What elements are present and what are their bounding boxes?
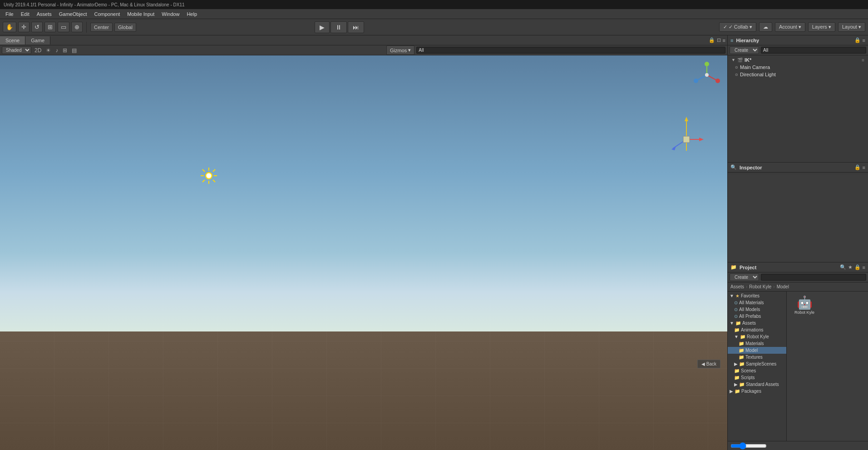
breadcrumb-assets[interactable]: Assets: [730, 284, 744, 289]
menu-component[interactable]: Component: [90, 10, 123, 18]
assets-root[interactable]: ▼ 📁 Assets: [728, 320, 786, 326]
robot-kyle-item[interactable]: ▼ 📁 Robot Kyle: [728, 333, 786, 340]
light-icon: ⊙: [735, 73, 738, 77]
scene-tab[interactable]: Scene: [0, 36, 25, 45]
assets-label: Assets: [742, 321, 756, 326]
scripts-item[interactable]: 📁 Scripts: [728, 374, 786, 381]
camera-icon: ⊙: [735, 65, 738, 69]
pause-button[interactable]: ⏸: [330, 21, 347, 33]
maximize-icon[interactable]: ⊡: [717, 37, 721, 43]
hierarchy-toolbar: Create: [728, 45, 868, 55]
svg-point-22: [694, 79, 698, 83]
svg-line-4: [202, 169, 205, 172]
step-button[interactable]: ⏭: [348, 21, 364, 33]
scene-search-input[interactable]: [416, 47, 725, 54]
hierarchy-item-directional-light[interactable]: ⊙ Directional Light: [728, 71, 868, 78]
menu-edit[interactable]: Edit: [17, 10, 33, 18]
2d-button[interactable]: 2D: [33, 47, 43, 54]
layout-button[interactable]: Layout ▾: [838, 22, 865, 32]
project-header: 📁 Project 🔍 ★ 🔒 ≡: [728, 262, 868, 272]
scenes-item[interactable]: 📁 Scenes: [728, 367, 786, 374]
hierarchy-search-input[interactable]: [761, 47, 866, 54]
account-button[interactable]: Account ▾: [775, 22, 805, 32]
inspector-title: Inspector: [740, 165, 762, 170]
svg-line-7: [202, 180, 205, 182]
back-button[interactable]: ◀ Back: [697, 360, 720, 368]
hierarchy-item-main-camera[interactable]: ⊙ Main Camera: [728, 64, 868, 71]
lock-icon[interactable]: 🔒: [709, 37, 715, 43]
project-search-input[interactable]: [761, 274, 866, 281]
viewport: ◀ Back: [0, 55, 727, 450]
model-folder-icon: 📁: [739, 348, 744, 353]
project-star[interactable]: ★: [848, 264, 853, 270]
transform-tool-button[interactable]: ⊕: [71, 22, 83, 32]
scene-tab-bar: Scene Game 🔒 ⊡ ≡: [0, 35, 727, 45]
layers-label: Layers: [812, 24, 827, 30]
center-button[interactable]: Center: [90, 23, 113, 32]
model-item[interactable]: 📁 Model: [728, 347, 786, 354]
play-button[interactable]: ▶: [315, 21, 330, 33]
menu-mobile-input[interactable]: Mobile Input: [123, 10, 158, 18]
zoom-slider[interactable]: [730, 442, 767, 450]
game-tab[interactable]: Game: [25, 36, 50, 45]
project-lock[interactable]: 🔒: [854, 264, 861, 270]
project-search-icon[interactable]: 🔍: [840, 264, 846, 270]
animations-item[interactable]: 📁 Animations: [728, 326, 786, 333]
move-tool-button[interactable]: ✛: [18, 22, 30, 32]
textures-folder-icon: 📁: [739, 355, 744, 360]
shading-dropdown[interactable]: Shaded: [2, 46, 31, 54]
materials-item[interactable]: 📁 Materials: [728, 340, 786, 347]
rotate-tool-button[interactable]: ↺: [31, 22, 43, 32]
inspector-menu[interactable]: ≡: [863, 164, 865, 170]
menu-assets[interactable]: Assets: [33, 10, 55, 18]
hierarchy-lock[interactable]: 🔒: [854, 37, 861, 43]
collab-button[interactable]: ✓ ✓ Collab ▾: [719, 22, 756, 32]
svg-marker-13: [699, 138, 704, 141]
menu-bar: File Edit Assets GameObject Component Mo…: [0, 9, 868, 19]
breadcrumb-robot-kyle[interactable]: Robot Kyle: [749, 284, 771, 289]
breadcrumb-model[interactable]: Model: [777, 284, 789, 289]
global-button[interactable]: Global: [114, 23, 136, 32]
sample-scenes-label: SampleScenes: [746, 361, 776, 366]
standard-assets-item[interactable]: ▶ 📁 Standard Assets: [728, 381, 786, 388]
sample-scenes-item[interactable]: ▶ 📁 SampleScenes: [728, 361, 786, 367]
packages-root[interactable]: ▶ 📁 Packages: [728, 388, 786, 395]
breadcrumb-sep-2: ›: [773, 284, 774, 289]
gizmos-button[interactable]: Gizmos ▾: [386, 45, 414, 55]
all-materials-item[interactable]: ⊙ All Materials: [728, 299, 786, 306]
rect-tool-button[interactable]: ▭: [58, 22, 69, 32]
layers-button[interactable]: Layers ▾: [808, 22, 835, 32]
hierarchy-menu[interactable]: ≡: [863, 37, 865, 43]
favorites-root[interactable]: ▼ ★ Favorites: [728, 292, 786, 299]
light-toggle[interactable]: ☀: [44, 47, 52, 54]
hand-tool-button[interactable]: ✋: [3, 22, 16, 32]
right-controls: ✓ ✓ Collab ▾ ☁ Account ▾ Layers ▾ Layout…: [719, 22, 865, 32]
standard-assets-expand-icon: ▶: [734, 382, 738, 387]
main-layout: Scene Game 🔒 ⊡ ≡ Shaded 2D ☀ ♪ ⊞ ▤ Gizmo…: [0, 35, 868, 450]
inspector-lock[interactable]: 🔒: [854, 164, 861, 170]
svg-point-9: [207, 174, 211, 178]
scene-tab-controls: 🔒 ⊡ ≡: [709, 37, 727, 43]
scenes-folder-icon: 📁: [734, 368, 740, 373]
all-prefabs-item[interactable]: ⊙ All Prefabs: [728, 313, 786, 320]
audio-toggle[interactable]: ♪: [54, 47, 59, 54]
favorites-label: Favorites: [741, 293, 760, 298]
robot-kyle-file-item[interactable]: 🤖 Robot Kyle: [789, 293, 820, 316]
hierarchy-root-ik[interactable]: ▼ 🎬 IK* ≡: [728, 56, 868, 64]
menu-file[interactable]: File: [2, 10, 17, 18]
project-create-dropdown[interactable]: Create: [730, 273, 759, 281]
hierarchy-title: Hierarchy: [736, 38, 759, 43]
all-models-item[interactable]: ⊙ All Models: [728, 306, 786, 313]
scene-options[interactable]: ▤: [70, 47, 78, 54]
menu-window[interactable]: Window: [158, 10, 183, 18]
fx-toggle[interactable]: ⊞: [61, 47, 69, 54]
scale-tool-button[interactable]: ⊞: [44, 22, 56, 32]
textures-item[interactable]: 📁 Textures: [728, 354, 786, 361]
menu-icon[interactable]: ≡: [723, 37, 725, 43]
hierarchy-create-dropdown[interactable]: Create: [730, 46, 759, 54]
cloud-button[interactable]: ☁: [759, 22, 772, 32]
menu-gameobject[interactable]: GameObject: [55, 10, 91, 18]
menu-help[interactable]: Help: [183, 10, 201, 18]
orientation-gizmo: [695, 59, 723, 95]
project-menu[interactable]: ≡: [863, 264, 865, 270]
